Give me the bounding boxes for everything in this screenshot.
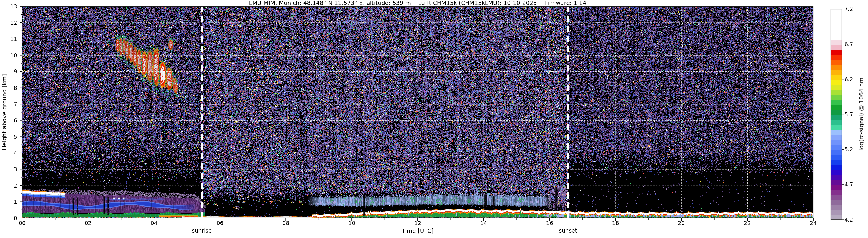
x-tick-label: 22 [737, 220, 757, 226]
y-tick-label: 8. [0, 85, 19, 91]
x-tick-label: 02 [78, 220, 98, 226]
x-tick-label: 12 [408, 220, 428, 226]
x-tick-label: 06 [210, 220, 230, 226]
x-tick-label: 16 [539, 220, 560, 226]
y-tick-label: 12. [0, 20, 19, 26]
x-tick-label: 20 [671, 220, 691, 226]
y-tick-label: 3. [0, 166, 19, 172]
y-tick-label: 10. [0, 52, 19, 59]
x-tick-label: 04 [144, 220, 164, 226]
x-tick-label: 24 [803, 220, 823, 226]
x-axis-label: Time [UTC] [22, 227, 813, 234]
x-tick-label: 10 [342, 220, 362, 226]
colorbar-tick-label: 5.7 [844, 111, 859, 118]
ceilometer-figure: LMU-MIM, Munich; 48.148° N 11.573° E, al… [0, 0, 868, 238]
y-tick-label: 4. [0, 150, 19, 156]
y-tick-label: 11. [0, 36, 19, 42]
y-tick-label: 6. [0, 117, 19, 124]
plot-title: LMU-MIM, Munich; 48.148° N 11.573° E, al… [22, 0, 813, 6]
y-tick-label: 1. [0, 199, 19, 205]
y-tick-label: 5. [0, 133, 19, 140]
y-tick-label: 13. [0, 3, 19, 9]
colorbar-tick-label: 6.7 [844, 41, 859, 47]
x-tick-label: 00 [12, 220, 32, 226]
colorbar-tick-label: 7.2 [844, 6, 859, 12]
colorbar-tick-label: 5.2 [844, 146, 859, 152]
y-tick-label: 2. [0, 182, 19, 189]
sunset-label: sunset [559, 227, 577, 234]
ceilometer-heatmap-canvas [0, 0, 868, 238]
x-tick-label: 14 [474, 220, 494, 226]
y-tick-label: 9. [0, 68, 19, 75]
colorbar-tick-label: 6.2 [844, 76, 859, 82]
colorbar-tick-label: 4.2 [844, 216, 859, 223]
x-tick-label: 08 [276, 220, 296, 226]
sunrise-label: sunrise [192, 227, 212, 234]
y-tick-label: 7. [0, 101, 19, 107]
x-tick-label: 18 [606, 220, 626, 226]
colorbar-tick-label: 4.7 [844, 181, 859, 187]
